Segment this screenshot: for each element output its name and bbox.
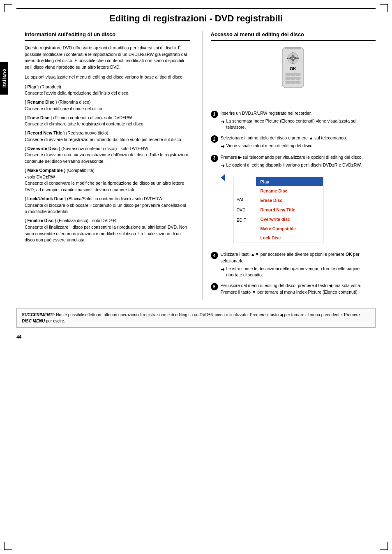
svg-rect-18 [296, 77, 301, 80]
svg-rect-13 [286, 73, 291, 76]
menu-container: PAL DVD EDIT Play Rename Disc Erase Disc… [221, 173, 376, 248]
corner-tr [380, 4, 388, 12]
step-content-3: Premere ▶ sul telecomando per visualizza… [221, 154, 376, 247]
entry-overwrite: { Overwrite Disc } (Sovrascrivi contenut… [25, 146, 190, 165]
svg-rect-20 [291, 81, 295, 84]
menu-item-lock[interactable]: Lock Disc [256, 233, 323, 243]
entry-rename: { Rename Disc } (Rinomina disco) Consent… [25, 99, 190, 112]
step-num-2: 2 [211, 135, 218, 143]
step-2-arrow: ➜ Viene visualizzato il menu di editing … [221, 143, 376, 150]
menu-pointer [221, 174, 225, 181]
menu-item-record[interactable]: Record New Title [256, 205, 323, 215]
arrow-icon-3: ➜ [221, 162, 225, 169]
footer-text: Non è possibile effettuare ulteriori ope… [22, 313, 360, 323]
step-num-1: 1 [211, 111, 218, 118]
svg-rect-15 [296, 73, 301, 76]
svg-rect-14 [291, 73, 295, 76]
menu-item-play[interactable]: Play [256, 177, 323, 187]
step-2: 2 Selezionare il primo titolo del disco … [211, 135, 376, 150]
step-4-arrow-text: Le istruzioni e le descrizioni delle opz… [226, 266, 376, 279]
label-dvd: DVD [237, 206, 253, 214]
footer-note: SUGGERIMENTI: Non è possibile effettuare… [16, 308, 376, 328]
svg-rect-22 [285, 47, 301, 49]
step-5: 5 Per uscire dal menu di editing del dis… [211, 283, 376, 296]
entry-erase-title: Erase Disc [27, 115, 49, 120]
step-4: 4 Utilizzare i tasti ▲▼ per accedere all… [211, 251, 376, 278]
sidebar-tab: Italiano [0, 62, 8, 95]
arrow-icon-1: ➜ [221, 118, 225, 131]
step-content-1: Inserire un DVD±R/±RW registrato nel rec… [221, 110, 376, 131]
entry-lock-title: Lock/Unlock Disc [27, 196, 63, 201]
entry-record: { Record New Title } (Registra nuovo tit… [25, 130, 190, 143]
entry-play: { Play } (Riproduci) Consente l'avvio de… [25, 84, 190, 97]
remote-area: OK ▲ ▼ ◀ ▶ OK [211, 45, 376, 104]
svg-text:▶: ▶ [297, 57, 300, 59]
svg-text:▼: ▼ [292, 62, 294, 65]
step-num-4: 4 [211, 252, 218, 259]
svg-text:OK: OK [290, 67, 296, 71]
entry-record-title: Record New Title [27, 130, 62, 135]
step-content-2: Selezionare il primo titolo del disco e … [221, 135, 376, 150]
step-num-5: 5 [211, 283, 218, 290]
label-edit: EDIT [237, 216, 253, 225]
svg-rect-19 [286, 81, 291, 84]
step-content-5: Per uscire dal menu di editing del disco… [221, 283, 376, 296]
header-line [16, 8, 376, 9]
svg-text:OK: OK [292, 58, 295, 60]
label-pal: PAL [237, 195, 253, 204]
footer-label: SUGGERIMENTI: [22, 313, 55, 317]
entry-rename-title: Rename Disc [27, 100, 54, 104]
step-2-arrow-text: Viene visualizzato il menu di editing de… [226, 143, 314, 150]
entry-erase: { Erase Disc } (Elimina contenuto disco)… [25, 115, 190, 128]
entry-overwrite-title: Overwrite Disc [27, 146, 58, 151]
menu-items-list: Play Rename Disc Erase Disc Record New T… [256, 177, 323, 243]
svg-text:◀: ◀ [286, 57, 288, 59]
corner-bl [4, 542, 12, 550]
step-num-3: 3 [211, 155, 218, 162]
steps-list: 1 Inserire un DVD±R/±RW registrato nel r… [211, 110, 376, 296]
menu-item-rename[interactable]: Rename Disc [256, 186, 323, 196]
svg-rect-21 [296, 81, 301, 84]
right-column: Accesso al menu di editing del disco OK [211, 31, 376, 300]
step-3-arrow: ➜ Le opzioni di editing disponibili vari… [221, 162, 376, 169]
entry-make: { Make Compatible } (Compatibilità) - so… [25, 167, 190, 193]
page-number: 44 [16, 334, 376, 339]
main-content: Informazioni sull'editing di un disco Qu… [25, 31, 376, 300]
step-content-4: Utilizzare i tasti ▲▼ per accedere alle … [221, 251, 376, 278]
menu-item-erase[interactable]: Erase Disc [256, 196, 323, 205]
step-4-arrow: ➜ Le istruzioni e le descrizioni delle o… [221, 266, 376, 279]
svg-rect-17 [291, 77, 295, 80]
step-1: 1 Inserire un DVD±R/±RW registrato nel r… [211, 110, 376, 131]
arrow-icon-2: ➜ [221, 143, 225, 150]
entry-lock: { Lock/Unlock Disc } (Blocca/Sblocca con… [25, 196, 190, 215]
remote-image: OK ▲ ▼ ◀ ▶ OK [266, 45, 320, 104]
svg-text:▲: ▲ [292, 51, 294, 53]
arrow-icon-4: ➜ [221, 266, 225, 279]
corner-tl [4, 4, 12, 12]
left-column: Informazioni sull'editing di un disco Qu… [25, 31, 194, 300]
menu-item-make[interactable]: Make Compatible [256, 224, 323, 234]
svg-rect-16 [286, 77, 291, 80]
menu-labels: PAL DVD EDIT [233, 177, 256, 243]
entry-make-title: Make Compatible [27, 168, 62, 173]
entry-finalize-title: Finalize Disc [27, 218, 53, 223]
left-section-title: Informazioni sull'editing di un disco [25, 31, 190, 41]
page-title: Editing di registrazioni - DVD registrab… [16, 13, 376, 24]
step-1-arrow: ➜ La schermata Index Picture (Elenco con… [221, 118, 376, 131]
step-1-arrow-text: La schermata Index Picture (Elenco conte… [226, 118, 376, 131]
entry-play-title: Play [27, 84, 36, 89]
corner-br [380, 542, 388, 550]
menu-box: PAL DVD EDIT Play Rename Disc Erase Disc… [233, 177, 323, 243]
left-note: Le opzioni visualizzate nel menu di edit… [25, 74, 190, 81]
left-section-body: Questo registratore DVD offre varie opzi… [25, 45, 190, 243]
right-section-title: Accesso al menu di editing del disco [211, 31, 376, 41]
entry-finalize: { Finalize Disc } (Finalizza disco) - so… [25, 218, 190, 243]
menu-item-overwrite[interactable]: Overwrite disc [256, 215, 323, 224]
column-divider [202, 31, 203, 300]
step-3: 3 Premere ▶ sul telecomando per visualiz… [211, 154, 376, 247]
left-intro: Questo registratore DVD offre varie opzi… [25, 45, 190, 71]
step-3-arrow-text: Le opzioni di editing disponibili varian… [226, 162, 362, 169]
